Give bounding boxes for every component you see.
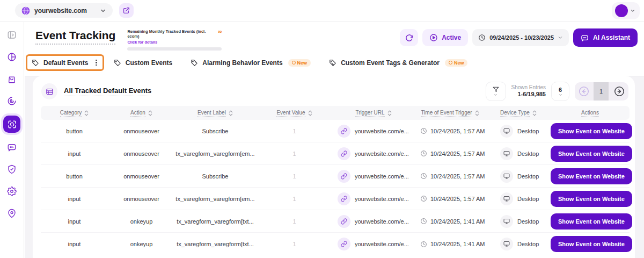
tracked-events-card: All Tracked Default Events Shown Entries… (33, 76, 635, 258)
sort-icon (308, 110, 312, 116)
desktop-icon (500, 170, 513, 183)
cell-time: 10/24/2025, 1:57 AM (414, 127, 486, 134)
show-event-button[interactable]: Show Event on Website (551, 168, 632, 184)
cell-category: input (41, 196, 108, 202)
cell-actions: Show Event on Website (551, 213, 633, 230)
sidebar-item-behavior[interactable] (4, 94, 19, 109)
sidebar-item-privacy[interactable] (4, 162, 19, 177)
remaining-progress-bar (127, 47, 222, 51)
user-menu[interactable] (612, 2, 640, 19)
topbar: yourwebsite.com (0, 0, 644, 22)
chevron-down-icon (558, 93, 563, 97)
sidebar-item-settings[interactable] (4, 184, 19, 199)
sort-icon (475, 110, 479, 116)
settings-gear-icon (7, 187, 17, 196)
show-event-button[interactable]: Show Event on Website (551, 213, 632, 230)
cell-time: 10/24/2025, 1:57 AM (414, 173, 486, 180)
page-size-selector[interactable]: 6 (551, 82, 569, 101)
external-link-icon (123, 7, 130, 14)
sort-icon (532, 110, 537, 116)
cell-event-label: tx_varegform_varegform[em... (175, 150, 255, 157)
cell-device: Desktop (486, 192, 551, 205)
prev-page-button[interactable] (577, 85, 590, 98)
show-event-button[interactable]: Show Event on Website (551, 191, 632, 207)
event-tabs: Default Events Custom Events (25, 51, 644, 76)
domain-selector[interactable]: yourwebsite.com (15, 3, 113, 18)
tab-label: Default Events (43, 59, 88, 67)
cell-device: Desktop (486, 125, 551, 138)
cell-event-label: Subscribe (175, 128, 255, 134)
cell-actions: Show Event on Website (551, 236, 633, 252)
remaining-details-link[interactable]: Click for details (127, 40, 222, 45)
sidebar-item-collapse[interactable] (4, 27, 19, 42)
tab-options-icon[interactable] (94, 59, 98, 67)
cell-event-label: Subscribe (175, 173, 255, 180)
remaining-events-widget: Remaining Monthly Tracked Events (incl. … (127, 29, 222, 51)
table-row: input onkeyup tx_varegform_varegform[txt… (41, 210, 630, 233)
clock-icon (420, 218, 427, 225)
table-icon (46, 88, 54, 96)
filter-button[interactable] (486, 82, 506, 101)
show-event-button[interactable]: Show Event on Website (551, 236, 632, 252)
cell-trigger-url[interactable]: yourwebsite.com/e... (333, 238, 414, 250)
arrow-left-circle-icon (578, 85, 590, 97)
clock-icon (420, 195, 427, 202)
tab-alarming-behavior-events[interactable]: Alarming Behavior Events New (186, 56, 315, 69)
column-header-time[interactable]: Time of Event Trigger (414, 110, 486, 117)
column-header-event-label[interactable]: Event Label (175, 110, 255, 117)
sidebar-item-chat[interactable] (4, 140, 19, 155)
highlight-annotation: Default Events (26, 54, 104, 71)
show-event-button[interactable]: Show Event on Website (551, 123, 632, 139)
link-icon (338, 147, 350, 160)
table-row: button onmouseover Subscribe 1 yourwebsi… (41, 120, 630, 142)
cell-category: input (41, 241, 108, 247)
cell-trigger-url[interactable]: yourwebsite.com/e... (333, 192, 414, 205)
sidebar (0, 22, 24, 258)
cell-trigger-url[interactable]: yourwebsite.com/e... (333, 215, 414, 228)
shown-entries-label: Shown Entries (511, 84, 546, 91)
table-row: button onmouseover Subscribe 1 yourwebsi… (41, 165, 630, 188)
cell-event-label: tx_varegform_varegform[txt... (175, 241, 255, 247)
ai-assistant-label: AI Assistant (593, 34, 630, 41)
tab-default-events[interactable]: Default Events (27, 56, 103, 70)
sidebar-item-event-tracking[interactable] (3, 116, 20, 133)
tab-custom-events[interactable]: Custom Events (109, 56, 177, 69)
chevron-down-icon (558, 35, 563, 40)
table-title: All Tracked Default Events (64, 87, 151, 96)
cell-trigger-url[interactable]: yourwebsite.com/e... (333, 170, 414, 183)
column-header-category[interactable]: Category (41, 110, 108, 117)
tab-custom-event-tags-generator[interactable]: Custom Event Tags & Generator New (325, 56, 472, 69)
cell-trigger-url[interactable]: yourwebsite.com/e... (333, 147, 414, 160)
sidebar-item-location[interactable] (4, 206, 19, 221)
date-range-selector[interactable]: 09/24/2025 - 10/23/2025 (472, 29, 569, 46)
link-icon (338, 170, 350, 183)
column-header-trigger-url[interactable]: Trigger URL (333, 110, 414, 117)
tab-label: Custom Event Tags & Generator (341, 59, 440, 67)
link-icon (338, 125, 350, 138)
sidebar-item-ecommerce[interactable] (4, 71, 19, 87)
table-icon-wrap (41, 83, 57, 99)
next-page-button[interactable] (613, 85, 626, 98)
ai-assistant-button[interactable]: AI Assistant (573, 28, 638, 47)
cell-actions: Show Event on Website (551, 146, 633, 162)
sidebar-item-analytics[interactable] (4, 49, 19, 64)
cell-event-label: tx_varegform_varegform[em... (175, 196, 255, 202)
page-header: Event Tracking Remaining Monthly Tracked… (25, 22, 644, 76)
cell-actions: Show Event on Website (551, 191, 633, 207)
column-header-event-value[interactable]: Event Value (255, 110, 333, 117)
column-header-action[interactable]: Action (108, 110, 175, 117)
cell-category: input (41, 150, 108, 157)
remaining-events-label: Remaining Monthly Tracked Events (incl. … (127, 29, 216, 39)
main-content: Event Tracking Remaining Monthly Tracked… (25, 22, 644, 258)
refresh-icon (405, 34, 413, 42)
cell-trigger-url[interactable]: yourwebsite.com/e... (333, 125, 414, 138)
show-event-button[interactable]: Show Event on Website (551, 146, 632, 162)
tracking-status-button[interactable]: Active (422, 29, 468, 46)
current-page[interactable]: 1 (594, 82, 609, 101)
open-website-button[interactable] (119, 3, 134, 18)
refresh-button[interactable] (400, 29, 418, 46)
cell-action: onkeyup (108, 218, 175, 225)
column-header-device-type[interactable]: Device Type (486, 110, 551, 117)
cell-action: onmouseover (108, 150, 175, 157)
clock-icon (420, 150, 427, 157)
